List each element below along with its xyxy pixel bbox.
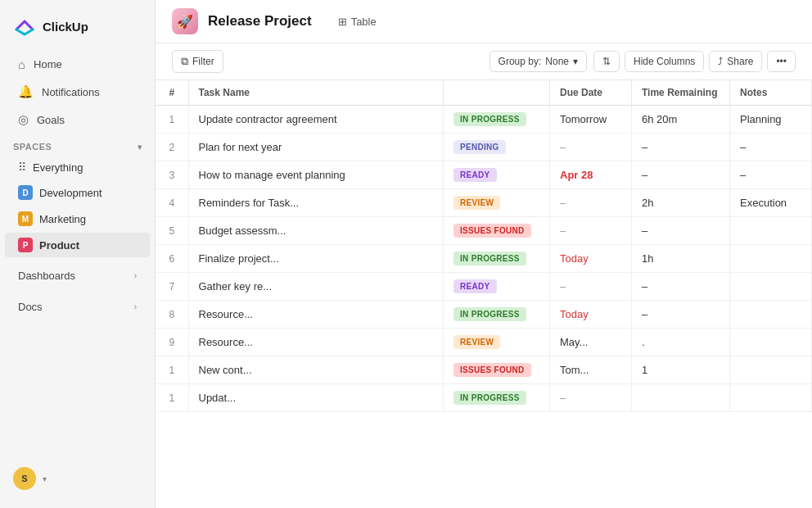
col-task-name[interactable]: Task Name: [188, 80, 444, 106]
col-notes[interactable]: Notes: [730, 80, 812, 106]
chevron-down-icon-2: ▾: [43, 474, 47, 483]
docs-label: Docs: [18, 301, 43, 313]
sidebar-item-everything[interactable]: ⠿ Everything: [5, 156, 150, 179]
sidebar-item-product[interactable]: P Product: [5, 233, 150, 257]
cell-status: ISSUES FOUND: [444, 356, 550, 384]
cell-due-date: –: [550, 384, 632, 412]
status-badge: IN PROGRESS: [453, 391, 526, 405]
due-date-value: Today: [560, 252, 589, 265]
cell-notes: –: [730, 134, 812, 161]
cell-status: PENDING: [444, 134, 550, 161]
top-bar: 🚀 Release Project ⊞ Table: [156, 0, 812, 43]
due-date-value: –: [560, 197, 566, 209]
spaces-header: Spaces ▾: [0, 134, 155, 155]
cell-time: 2h: [632, 189, 730, 217]
cell-notes: Planning: [730, 106, 812, 134]
cell-status: IN PROGRESS: [444, 301, 550, 329]
cell-task-name[interactable]: New cont...: [188, 356, 444, 384]
table-view-button[interactable]: ⊞ Table: [328, 11, 386, 32]
status-badge: IN PROGRESS: [453, 307, 526, 321]
cell-time: –: [632, 217, 730, 245]
cell-status: IN PROGRESS: [444, 106, 550, 134]
cell-task-name[interactable]: Gather key re...: [188, 273, 444, 301]
cell-status: READY: [444, 273, 550, 301]
cell-time: –: [632, 301, 730, 329]
table-row[interactable]: 7 Gather key re... READY – –: [156, 273, 812, 301]
cell-status: ISSUES FOUND: [444, 217, 550, 245]
sidebar-item-marketing[interactable]: M Marketing: [5, 206, 150, 231]
cell-task-name[interactable]: Updat...: [188, 384, 444, 412]
cell-task-name[interactable]: Update contractor agreement: [188, 106, 444, 134]
cell-time: .: [632, 329, 730, 356]
cell-num: 9: [156, 329, 188, 356]
project-icon: 🚀: [172, 8, 198, 34]
sidebar-item-dashboards[interactable]: Dashboards ›: [5, 263, 150, 288]
share-icon: ⤴: [718, 56, 723, 67]
table-view-icon: ⊞: [338, 16, 347, 28]
hide-columns-label: Hide Columns: [634, 56, 695, 67]
cell-time: [632, 384, 730, 412]
table-row[interactable]: 6 Finalize project... IN PROGRESS Today …: [156, 245, 812, 273]
sort-button[interactable]: ⇅: [593, 51, 620, 72]
status-badge: REVIEW: [453, 196, 500, 210]
status-badge: ISSUES FOUND: [453, 224, 531, 238]
logo-area: ClickUp: [0, 10, 155, 51]
product-icon: P: [18, 238, 33, 252]
cell-num: 2: [156, 134, 188, 161]
table-body: 1 Update contractor agreement IN PROGRES…: [156, 106, 812, 412]
cell-status: REVIEW: [444, 329, 550, 356]
status-badge: ISSUES FOUND: [453, 363, 531, 377]
cell-due-date: –: [550, 273, 632, 301]
filter-button[interactable]: ⧉ Filter: [172, 50, 223, 73]
col-due-date[interactable]: Due Date: [550, 80, 632, 106]
share-button[interactable]: ⤴ Share: [709, 51, 762, 72]
bell-icon: 🔔: [18, 84, 34, 99]
sidebar-item-home[interactable]: ⌂ Home: [5, 52, 150, 77]
hide-columns-button[interactable]: Hide Columns: [625, 51, 704, 72]
table-row[interactable]: 1 Update contractor agreement IN PROGRES…: [156, 106, 812, 134]
col-time-remaining[interactable]: Time Remaining: [632, 80, 730, 106]
table-row[interactable]: 9 Resource... REVIEW May... .: [156, 329, 812, 356]
status-badge: PENDING: [453, 140, 506, 154]
cell-task-name[interactable]: How to manage event planning: [188, 161, 444, 189]
table-row[interactable]: 2 Plan for next year PENDING – – –: [156, 134, 812, 161]
table-row[interactable]: 5 Budget assessm... ISSUES FOUND – –: [156, 217, 812, 245]
cell-num: 1: [156, 356, 188, 384]
table-view-label: Table: [351, 16, 377, 28]
cell-time: 6h 20m: [632, 106, 730, 134]
cell-due-date: –: [550, 217, 632, 245]
sidebar-item-docs[interactable]: Docs ›: [5, 294, 150, 320]
task-table-container: # Task Name Due Date Time Remaining Note…: [156, 80, 812, 508]
status-badge: IN PROGRESS: [453, 112, 526, 126]
avatar[interactable]: S: [13, 467, 36, 490]
cell-due-date: –: [550, 134, 632, 161]
table-row[interactable]: 4 Reminders for Task... REVIEW – 2h Exec…: [156, 189, 812, 217]
cell-task-name[interactable]: Resource...: [188, 301, 444, 329]
marketing-icon: M: [18, 211, 33, 226]
cell-task-name[interactable]: Reminders for Task...: [188, 189, 444, 217]
development-icon: D: [18, 185, 33, 200]
table-row[interactable]: 1 New cont... ISSUES FOUND Tom... 1: [156, 356, 812, 384]
due-date-value: –: [560, 280, 566, 293]
goals-icon: ◎: [18, 112, 29, 127]
table-row[interactable]: 1 Updat... IN PROGRESS –: [156, 384, 812, 412]
sidebar-item-everything-label: Everything: [33, 161, 83, 174]
group-by-selector[interactable]: Group by: None ▾: [489, 51, 587, 72]
sidebar-item-notifications[interactable]: 🔔 Notifications: [5, 79, 150, 105]
more-options-button[interactable]: •••: [767, 51, 796, 72]
cell-due-date: May...: [550, 329, 632, 356]
cell-task-name[interactable]: Plan for next year: [188, 134, 444, 161]
sidebar-item-goals-label: Goals: [37, 114, 65, 126]
col-num: #: [156, 80, 188, 106]
table-row[interactable]: 3 How to manage event planning READY Apr…: [156, 161, 812, 189]
sidebar-item-notifications-label: Notifications: [42, 86, 100, 98]
cell-task-name[interactable]: Resource...: [188, 329, 444, 356]
cell-task-name[interactable]: Budget assessm...: [188, 217, 444, 245]
sidebar-item-home-label: Home: [34, 58, 62, 70]
cell-task-name[interactable]: Finalize project...: [188, 245, 444, 273]
cell-notes: [730, 273, 812, 301]
cell-due-date: Today: [550, 301, 632, 329]
sidebar-item-development[interactable]: D Development: [5, 180, 150, 205]
sidebar-item-goals[interactable]: ◎ Goals: [5, 107, 150, 133]
table-row[interactable]: 8 Resource... IN PROGRESS Today –: [156, 301, 812, 329]
